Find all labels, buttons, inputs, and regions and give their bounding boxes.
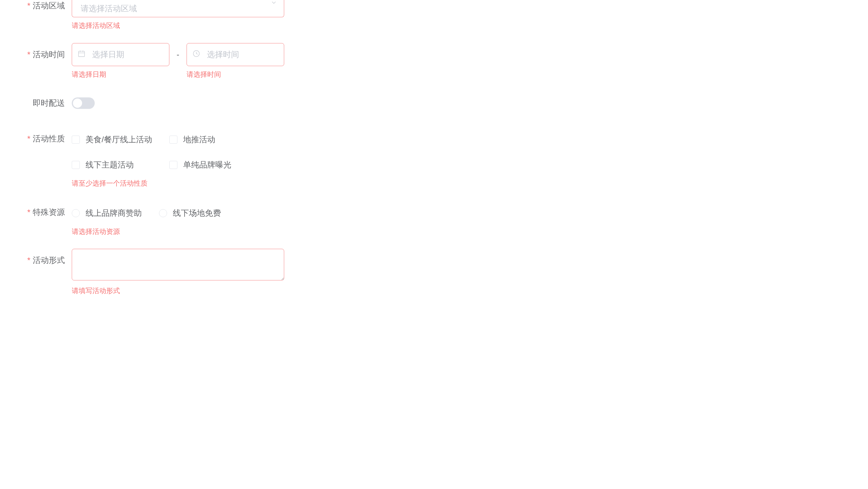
checkbox-icon bbox=[169, 161, 177, 169]
resource-radio-0[interactable]: 线上品牌商赞助 bbox=[72, 208, 142, 219]
datetime-content: 请选择日期 - 请选择时间 bbox=[72, 43, 857, 79]
format-error: 请填写活动形式 bbox=[72, 286, 284, 296]
delivery-content bbox=[72, 92, 284, 111]
resource-label: 特殊资源 bbox=[11, 201, 72, 224]
nature-content: 美食/餐厅线上活动 地推活动 线下主题活动 单纯品牌曝光 请至少选择一个活动性质 bbox=[72, 127, 857, 188]
date-col: 请选择日期 bbox=[72, 43, 169, 79]
date-input-wrapper bbox=[72, 43, 169, 66]
datetime-separator: - bbox=[169, 43, 187, 66]
checkbox-icon bbox=[72, 136, 80, 144]
nature-checkbox-3[interactable]: 单纯品牌曝光 bbox=[169, 160, 250, 170]
nature-checkbox-1[interactable]: 地推活动 bbox=[169, 134, 250, 145]
checkbox-icon bbox=[169, 136, 177, 144]
form-item-nature: 活动性质 美食/餐厅线上活动 地推活动 线下主题活动 单纯品牌曝光 bbox=[11, 127, 857, 188]
nature-option-label: 线下主题活动 bbox=[86, 160, 134, 170]
resource-option-label: 线下场地免费 bbox=[173, 208, 221, 219]
nature-option-label: 地推活动 bbox=[183, 134, 215, 145]
form-item-region: 活动区域 请选择活动区域 bbox=[11, 0, 857, 30]
form-container: 活动区域 请选择活动区域 活动时间 bbox=[0, 0, 868, 296]
form-item-delivery: 即时配送 bbox=[11, 92, 857, 115]
nature-option-label: 单纯品牌曝光 bbox=[183, 160, 231, 170]
resource-radio-group: 线上品牌商赞助 线下场地免费 bbox=[72, 201, 857, 219]
delivery-switch[interactable] bbox=[72, 97, 95, 109]
checkbox-icon bbox=[72, 161, 80, 169]
region-label: 活动区域 bbox=[11, 0, 72, 11]
time-error: 请选择时间 bbox=[187, 69, 284, 79]
nature-checkbox-2[interactable]: 线下主题活动 bbox=[72, 160, 152, 170]
radio-icon bbox=[72, 209, 80, 217]
region-error: 请选择活动区域 bbox=[72, 21, 284, 30]
switch-handle bbox=[73, 98, 82, 108]
format-label: 活动形式 bbox=[11, 249, 72, 272]
time-col: 请选择时间 bbox=[187, 43, 284, 79]
form-item-resource: 特殊资源 线上品牌商赞助 线下场地免费 请选择活动资源 bbox=[11, 201, 857, 236]
format-content: 请填写活动形式 bbox=[72, 249, 284, 296]
nature-checkbox-0[interactable]: 美食/餐厅线上活动 bbox=[72, 134, 152, 145]
format-textarea[interactable] bbox=[72, 249, 284, 280]
form-item-datetime: 活动时间 请选择日期 - bbox=[11, 43, 857, 79]
nature-option-label: 美食/餐厅线上活动 bbox=[86, 134, 152, 145]
datetime-row: 请选择日期 - 请选择时间 bbox=[72, 43, 857, 79]
resource-error: 请选择活动资源 bbox=[72, 227, 857, 236]
date-error: 请选择日期 bbox=[72, 69, 169, 79]
radio-icon bbox=[159, 209, 167, 217]
resource-radio-1[interactable]: 线下场地免费 bbox=[159, 208, 221, 219]
region-select[interactable] bbox=[72, 0, 284, 17]
resource-content: 线上品牌商赞助 线下场地免费 请选择活动资源 bbox=[72, 201, 857, 236]
nature-error: 请至少选择一个活动性质 bbox=[72, 178, 857, 188]
region-content: 请选择活动区域 bbox=[72, 0, 284, 30]
datetime-label: 活动时间 bbox=[11, 43, 72, 66]
region-select-wrapper bbox=[72, 0, 284, 17]
nature-label: 活动性质 bbox=[11, 127, 72, 150]
time-input[interactable] bbox=[187, 43, 284, 66]
date-input[interactable] bbox=[72, 43, 169, 66]
delivery-label: 即时配送 bbox=[11, 92, 72, 115]
time-input-wrapper bbox=[187, 43, 284, 66]
resource-option-label: 线上品牌商赞助 bbox=[86, 208, 142, 219]
nature-checkbox-group: 美食/餐厅线上活动 地推活动 线下主题活动 单纯品牌曝光 bbox=[72, 127, 284, 170]
form-item-format: 活动形式 请填写活动形式 bbox=[11, 249, 857, 296]
